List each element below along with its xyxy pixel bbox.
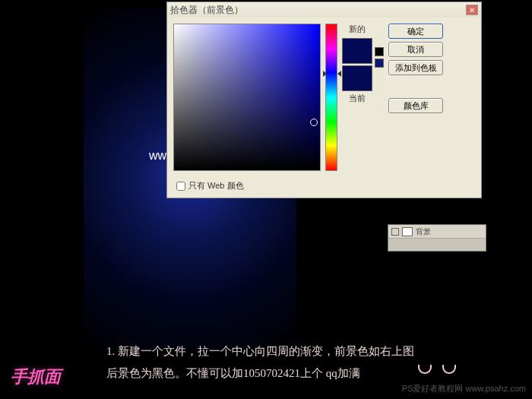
site-watermark: PS爱好者教程网 www.psahz.com xyxy=(402,383,526,394)
ok-button[interactable]: 确定 xyxy=(388,24,443,39)
add-swatch-button[interactable]: 添加到色板 xyxy=(388,60,443,75)
hue-slider-thumb[interactable] xyxy=(323,71,341,77)
visibility-icon[interactable] xyxy=(391,228,399,236)
layer-thumbnail[interactable] xyxy=(402,227,413,236)
warning-swatch[interactable] xyxy=(375,47,384,56)
layer-name[interactable]: 背景 xyxy=(416,226,431,237)
color-field-cursor xyxy=(310,119,318,126)
caption-line-1: 1. 新建一个文件，拉一个中心向四周的渐变，前景色如右上图 xyxy=(106,340,414,363)
color-field[interactable] xyxy=(173,24,321,171)
close-icon: ✕ xyxy=(469,6,475,14)
close-button[interactable]: ✕ xyxy=(466,5,478,15)
dialog-title: 拾色器（前景色） xyxy=(170,4,466,17)
emoticon xyxy=(418,365,456,374)
current-color-label: 当前 xyxy=(349,93,366,104)
web-only-label: 只有 Web 颜色 xyxy=(188,180,244,192)
layers-panel[interactable]: 背景 xyxy=(388,224,486,252)
caption-line-2: 后景色为黑色。不懂可以加1050702421上个 qq加满 xyxy=(106,363,414,385)
color-picker-dialog: 拾色器（前景色） ✕ 新的 当前 确定 取消 xyxy=(166,2,482,198)
current-color-swatch[interactable] xyxy=(342,65,372,91)
brand-logo: 手抓面 xyxy=(11,366,61,388)
web-only-checkbox[interactable] xyxy=(176,182,185,191)
new-color-label: 新的 xyxy=(349,24,366,35)
tutorial-caption: 1. 新建一个文件，拉一个中心向四周的渐变，前景色如右上图 后景色为黑色。不懂可… xyxy=(106,340,414,384)
hue-slider[interactable] xyxy=(325,24,337,171)
dialog-titlebar[interactable]: 拾色器（前景色） ✕ xyxy=(167,2,481,17)
cancel-button[interactable]: 取消 xyxy=(388,42,443,57)
color-library-button[interactable]: 颜色库 xyxy=(388,98,443,113)
websafe-swatch[interactable] xyxy=(375,59,384,68)
new-color-swatch[interactable] xyxy=(342,38,372,64)
